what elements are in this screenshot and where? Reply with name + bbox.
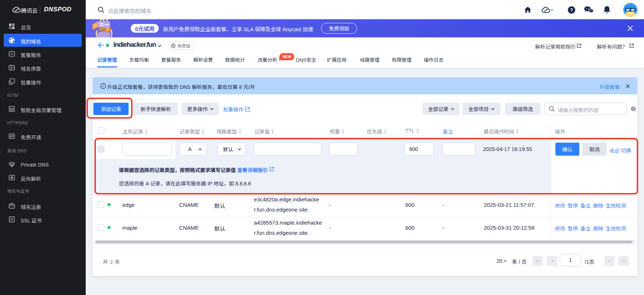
svg-text:NEW: NEW bbox=[283, 54, 292, 59]
svg-text:?: ? bbox=[570, 7, 573, 13]
